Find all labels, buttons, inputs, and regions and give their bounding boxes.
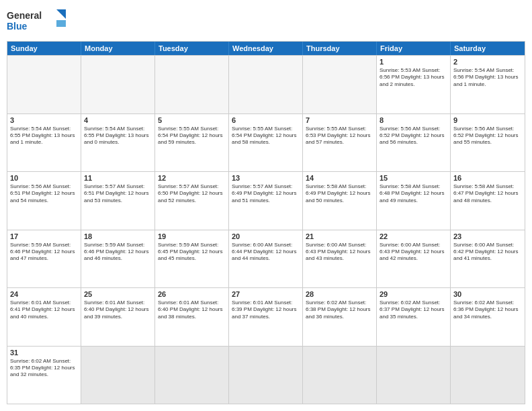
day-number: 8 bbox=[380, 116, 447, 124]
day-content: Sunrise: 5:56 AM Sunset: 6:52 PM Dayligh… bbox=[453, 126, 522, 146]
day-content: Sunrise: 6:02 AM Sunset: 6:36 PM Dayligh… bbox=[453, 300, 522, 320]
calendar-cell bbox=[229, 347, 303, 404]
day-number: 14 bbox=[306, 174, 373, 182]
calendar-cell bbox=[81, 347, 155, 404]
day-content: Sunrise: 6:02 AM Sunset: 6:37 PM Dayligh… bbox=[380, 300, 447, 320]
calendar-cell bbox=[451, 347, 525, 404]
day-number: 17 bbox=[10, 232, 78, 240]
day-content: Sunrise: 5:55 AM Sunset: 6:53 PM Dayligh… bbox=[306, 126, 373, 146]
day-header-saturday: Saturday bbox=[451, 42, 525, 55]
logo-svg: General Blue bbox=[7, 7, 67, 37]
calendar-cell: 17Sunrise: 5:59 AM Sunset: 6:46 PM Dayli… bbox=[7, 230, 81, 288]
day-content: Sunrise: 6:00 AM Sunset: 6:44 PM Dayligh… bbox=[232, 242, 300, 263]
day-number: 15 bbox=[380, 174, 447, 182]
day-content: Sunrise: 5:54 AM Sunset: 6:55 PM Dayligh… bbox=[10, 126, 78, 146]
calendar-row-4: 17Sunrise: 5:59 AM Sunset: 6:46 PM Dayli… bbox=[7, 230, 525, 288]
day-number: 16 bbox=[453, 174, 522, 182]
day-content: Sunrise: 6:02 AM Sunset: 6:35 PM Dayligh… bbox=[10, 358, 78, 379]
calendar-cell: 3Sunrise: 5:54 AM Sunset: 6:55 PM Daylig… bbox=[7, 114, 81, 172]
day-number: 4 bbox=[84, 116, 152, 124]
day-content: Sunrise: 5:56 AM Sunset: 6:52 PM Dayligh… bbox=[380, 126, 447, 146]
calendar: SundayMondayTuesdayWednesdayThursdayFrid… bbox=[7, 41, 525, 404]
calendar-cell: 16Sunrise: 5:58 AM Sunset: 6:47 PM Dayli… bbox=[451, 172, 525, 230]
day-header-thursday: Thursday bbox=[303, 42, 377, 55]
calendar-cell: 1Sunrise: 5:53 AM Sunset: 6:56 PM Daylig… bbox=[377, 56, 451, 113]
calendar-cell: 20Sunrise: 6:00 AM Sunset: 6:44 PM Dayli… bbox=[229, 230, 303, 288]
day-content: Sunrise: 5:55 AM Sunset: 6:54 PM Dayligh… bbox=[232, 126, 300, 146]
calendar-row-5: 24Sunrise: 6:01 AM Sunset: 6:41 PM Dayli… bbox=[7, 287, 525, 346]
calendar-cell bbox=[303, 56, 377, 113]
svg-text:Blue: Blue bbox=[7, 21, 28, 32]
calendar-cell bbox=[155, 347, 229, 404]
day-number: 24 bbox=[10, 290, 78, 298]
day-number: 20 bbox=[232, 232, 300, 240]
day-number: 11 bbox=[84, 174, 152, 182]
calendar-cell: 2Sunrise: 5:54 AM Sunset: 6:56 PM Daylig… bbox=[451, 56, 525, 113]
day-content: Sunrise: 5:57 AM Sunset: 6:51 PM Dayligh… bbox=[84, 183, 152, 204]
day-content: Sunrise: 5:59 AM Sunset: 6:46 PM Dayligh… bbox=[10, 242, 78, 263]
day-number: 21 bbox=[306, 232, 373, 240]
day-number: 31 bbox=[10, 349, 78, 357]
calendar-cell: 15Sunrise: 5:58 AM Sunset: 6:48 PM Dayli… bbox=[377, 172, 451, 230]
day-number: 26 bbox=[158, 290, 226, 298]
day-header-sunday: Sunday bbox=[7, 42, 81, 55]
day-content: Sunrise: 5:57 AM Sunset: 6:50 PM Dayligh… bbox=[158, 183, 226, 204]
calendar-cell: 28Sunrise: 6:02 AM Sunset: 6:38 PM Dayli… bbox=[303, 288, 377, 346]
calendar-cell: 29Sunrise: 6:02 AM Sunset: 6:37 PM Dayli… bbox=[377, 288, 451, 346]
calendar-cell: 18Sunrise: 5:59 AM Sunset: 6:46 PM Dayli… bbox=[81, 230, 155, 288]
calendar-row-3: 10Sunrise: 5:56 AM Sunset: 6:51 PM Dayli… bbox=[7, 171, 525, 230]
day-content: Sunrise: 6:00 AM Sunset: 6:43 PM Dayligh… bbox=[306, 242, 373, 263]
calendar-cell bbox=[81, 56, 155, 113]
calendar-row-2: 3Sunrise: 5:54 AM Sunset: 6:55 PM Daylig… bbox=[7, 113, 525, 172]
day-content: Sunrise: 5:59 AM Sunset: 6:45 PM Dayligh… bbox=[158, 242, 226, 263]
day-header-tuesday: Tuesday bbox=[155, 42, 229, 55]
day-header-friday: Friday bbox=[377, 42, 451, 55]
day-number: 7 bbox=[306, 116, 373, 124]
day-number: 12 bbox=[158, 174, 226, 182]
day-number: 19 bbox=[158, 232, 226, 240]
calendar-page: General Blue SundayMondayTuesdayWednesda… bbox=[0, 0, 532, 411]
calendar-cell: 31Sunrise: 6:02 AM Sunset: 6:35 PM Dayli… bbox=[7, 347, 81, 404]
calendar-cell: 13Sunrise: 5:57 AM Sunset: 6:49 PM Dayli… bbox=[229, 172, 303, 230]
day-content: Sunrise: 5:58 AM Sunset: 6:47 PM Dayligh… bbox=[453, 183, 522, 204]
calendar-cell: 9Sunrise: 5:56 AM Sunset: 6:52 PM Daylig… bbox=[451, 114, 525, 172]
calendar-cell: 24Sunrise: 6:01 AM Sunset: 6:41 PM Dayli… bbox=[7, 288, 81, 346]
logo: General Blue bbox=[7, 7, 67, 37]
calendar-header-row: SundayMondayTuesdayWednesdayThursdayFrid… bbox=[7, 42, 525, 55]
svg-marker-3 bbox=[56, 20, 66, 27]
calendar-cell: 11Sunrise: 5:57 AM Sunset: 6:51 PM Dayli… bbox=[81, 172, 155, 230]
calendar-cell: 10Sunrise: 5:56 AM Sunset: 6:51 PM Dayli… bbox=[7, 172, 81, 230]
calendar-cell bbox=[377, 347, 451, 404]
day-number: 28 bbox=[306, 290, 373, 298]
day-number: 27 bbox=[232, 290, 300, 298]
calendar-cell: 23Sunrise: 6:00 AM Sunset: 6:42 PM Dayli… bbox=[451, 230, 525, 288]
day-header-wednesday: Wednesday bbox=[229, 42, 303, 55]
svg-text:General: General bbox=[7, 10, 42, 21]
calendar-cell: 5Sunrise: 5:55 AM Sunset: 6:54 PM Daylig… bbox=[155, 114, 229, 172]
day-content: Sunrise: 5:58 AM Sunset: 6:48 PM Dayligh… bbox=[380, 183, 447, 204]
calendar-cell bbox=[155, 56, 229, 113]
day-number: 1 bbox=[380, 58, 447, 66]
calendar-body: 1Sunrise: 5:53 AM Sunset: 6:56 PM Daylig… bbox=[7, 55, 525, 404]
day-content: Sunrise: 6:01 AM Sunset: 6:39 PM Dayligh… bbox=[232, 300, 300, 320]
day-header-monday: Monday bbox=[81, 42, 155, 55]
svg-marker-2 bbox=[56, 9, 66, 19]
day-content: Sunrise: 5:55 AM Sunset: 6:54 PM Dayligh… bbox=[158, 126, 226, 146]
day-content: Sunrise: 5:56 AM Sunset: 6:51 PM Dayligh… bbox=[10, 183, 78, 204]
calendar-cell: 6Sunrise: 5:55 AM Sunset: 6:54 PM Daylig… bbox=[229, 114, 303, 172]
day-number: 13 bbox=[232, 174, 300, 182]
calendar-cell: 14Sunrise: 5:58 AM Sunset: 6:49 PM Dayli… bbox=[303, 172, 377, 230]
day-content: Sunrise: 5:54 AM Sunset: 6:56 PM Dayligh… bbox=[453, 67, 522, 88]
day-number: 30 bbox=[453, 290, 522, 298]
day-number: 25 bbox=[84, 290, 152, 298]
day-content: Sunrise: 6:02 AM Sunset: 6:38 PM Dayligh… bbox=[306, 300, 373, 320]
day-number: 2 bbox=[453, 58, 522, 66]
day-number: 6 bbox=[232, 116, 300, 124]
calendar-cell: 4Sunrise: 5:54 AM Sunset: 6:55 PM Daylig… bbox=[81, 114, 155, 172]
calendar-cell: 25Sunrise: 6:01 AM Sunset: 6:40 PM Dayli… bbox=[81, 288, 155, 346]
calendar-cell: 26Sunrise: 6:01 AM Sunset: 6:40 PM Dayli… bbox=[155, 288, 229, 346]
day-content: Sunrise: 6:00 AM Sunset: 6:43 PM Dayligh… bbox=[380, 242, 447, 263]
calendar-cell: 30Sunrise: 6:02 AM Sunset: 6:36 PM Dayli… bbox=[451, 288, 525, 346]
day-number: 29 bbox=[380, 290, 447, 298]
calendar-cell: 8Sunrise: 5:56 AM Sunset: 6:52 PM Daylig… bbox=[377, 114, 451, 172]
